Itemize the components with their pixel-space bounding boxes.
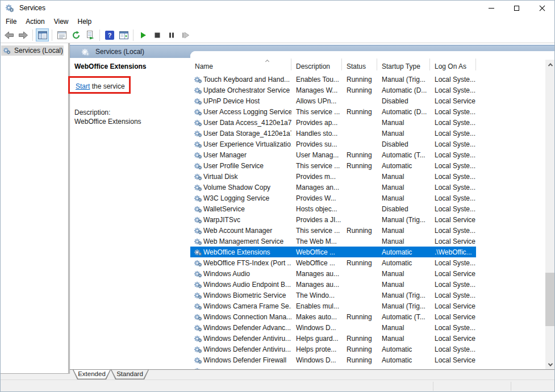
table-row[interactable]: Touch Keyboard and Hand... Enables Tou..… — [190, 74, 476, 85]
scroll-down-button[interactable] — [545, 360, 555, 369]
service-log-on-as: Local Syste... — [435, 108, 475, 116]
table-row[interactable]: W3C Logging Service Provides W... Manual… — [190, 193, 476, 203]
column-header-name[interactable]: Name — [190, 51, 291, 74]
show-hide-console-tree-button[interactable] — [36, 28, 49, 41]
table-row[interactable]: Windows Audio Endpoint B... Manages au..… — [190, 279, 476, 290]
menu-view[interactable]: View — [49, 16, 73, 27]
properties-button[interactable] — [55, 28, 68, 41]
stop-service-button[interactable] — [151, 28, 164, 41]
service-description: Makes auto... — [296, 313, 337, 321]
services-table-body: Touch Keyboard and Hand... Enables Tou..… — [190, 74, 545, 369]
service-gear-icon — [194, 237, 202, 245]
scrollbar-thumb[interactable] — [545, 273, 555, 326]
table-row[interactable]: User Data Access_4120e1a7 Provides ap...… — [190, 117, 476, 128]
minimize-button[interactable] — [478, 0, 504, 16]
help-button[interactable]: ? — [103, 28, 116, 41]
table-row[interactable]: Windows Audio Manages au... Manual Local… — [190, 268, 476, 279]
service-name: User Data Storage_4120e1a7 — [203, 130, 291, 137]
service-name: User Profile Service — [203, 162, 264, 170]
service-log-on-as: Local Syste... — [435, 291, 475, 299]
service-log-on-as: Local Syste... — [435, 119, 475, 127]
forward-button[interactable] — [16, 28, 30, 41]
service-gear-icon — [194, 86, 202, 94]
service-gear-icon — [194, 345, 202, 353]
properties-icon — [57, 31, 66, 39]
table-row[interactable]: UPnP Device Host Allows UPn... Disabled … — [190, 95, 476, 106]
tab-standard[interactable]: Standard — [111, 370, 149, 380]
action-suffix-text: the service — [90, 82, 124, 90]
close-button[interactable] — [529, 0, 555, 16]
scroll-up-button[interactable] — [545, 60, 555, 69]
table-row[interactable]: Windows Biometric Service The Windo... M… — [190, 290, 476, 301]
service-description: Provides a JI... — [296, 216, 341, 224]
service-description: Manages au... — [296, 270, 339, 278]
column-header-log-on-as[interactable]: Log On As — [430, 51, 476, 74]
back-arrow-icon — [4, 31, 14, 39]
tree-item-services-local[interactable]: Services (Local) — [1, 45, 64, 56]
service-log-on-as: Local Syste... — [435, 194, 475, 202]
table-row-partial[interactable] — [190, 365, 476, 369]
table-row[interactable]: Windows Camera Frame Se... Enables mul..… — [190, 301, 476, 311]
table-row[interactable]: WebOffice FTS-Index (Port ... WebOffice … — [190, 257, 476, 268]
refresh-button[interactable] — [69, 28, 82, 41]
table-row[interactable]: User Experience Virtualizatio... Provide… — [190, 139, 476, 149]
start-service-button[interactable] — [136, 28, 149, 41]
table-row[interactable]: Update Orchestrator Service Manages W...… — [190, 85, 476, 95]
service-description: The Windo... — [296, 291, 335, 299]
show-hide-action-pane-button[interactable] — [117, 28, 130, 41]
toolbar: ? — [0, 27, 555, 43]
service-name: WalletService — [203, 205, 245, 213]
table-row[interactable]: User Profile Service This service ... Ru… — [190, 160, 476, 171]
service-description: Enables mul... — [296, 302, 339, 310]
vertical-scrollbar[interactable] — [545, 60, 555, 369]
service-name: Windows Defender Antiviru... — [203, 345, 291, 353]
service-gear-icon — [194, 130, 202, 137]
table-row[interactable]: Volume Shadow Copy Manages an... Manual … — [190, 182, 476, 193]
table-row[interactable]: User Access Logging Service This service… — [190, 106, 476, 117]
menu-file[interactable]: File — [1, 16, 21, 27]
service-name: User Experience Virtualizatio... — [203, 140, 291, 148]
service-startup-type: Disabled — [382, 140, 408, 148]
table-row[interactable]: User Manager User Manag... Running Autom… — [190, 149, 476, 160]
service-gear-icon — [194, 119, 202, 127]
column-header-description[interactable]: Description — [291, 51, 342, 74]
service-gear-icon — [194, 356, 202, 364]
table-row[interactable]: WebOffice Extensions WebOffice ... Autom… — [190, 247, 476, 257]
band-title: Services (Local) — [95, 48, 144, 56]
service-status: Running — [347, 259, 372, 267]
service-description: Provides su... — [296, 140, 337, 148]
table-row[interactable]: Windows Connection Mana... Makes auto...… — [190, 311, 476, 322]
service-gear-icon — [194, 291, 202, 299]
table-row[interactable]: Windows Defender Antiviru... Helps prote… — [190, 344, 476, 355]
service-startup-type: Automatic (T... — [382, 151, 425, 159]
service-description: Provides m... — [296, 173, 336, 181]
menu-action[interactable]: Action — [21, 16, 49, 27]
tab-extended[interactable]: Extended — [73, 370, 111, 380]
table-row[interactable]: Web Management Service The Web M... Manu… — [190, 236, 476, 247]
service-gear-icon — [194, 281, 202, 289]
maximize-button[interactable] — [504, 0, 529, 16]
table-row[interactable]: Virtual Disk Provides m... Manual Local … — [190, 171, 476, 182]
back-button[interactable] — [2, 28, 15, 41]
start-service-link[interactable]: Start — [76, 82, 90, 90]
menu-help[interactable]: Help — [73, 16, 97, 27]
table-row[interactable]: WalletService Hosts objec... Disabled Lo… — [190, 203, 476, 214]
action-pane-icon — [119, 31, 128, 39]
pause-service-button[interactable] — [165, 28, 178, 41]
table-row[interactable]: User Data Storage_4120e1a7 Handles sto..… — [190, 128, 476, 139]
table-row[interactable]: Windows Defender Firewall Windows D... R… — [190, 355, 476, 365]
table-row[interactable]: Web Account Manager This service ... Run… — [190, 225, 476, 236]
table-row[interactable]: Windows Defender Advanc... Windows D... … — [190, 322, 476, 333]
export-list-button[interactable] — [84, 28, 97, 41]
table-row[interactable]: WarpJITSvc Provides a JI... Manual (Trig… — [190, 214, 476, 225]
column-header-startup-type[interactable]: Startup Type — [377, 51, 430, 74]
service-name: WebOffice FTS-Index (Port ... — [203, 259, 291, 267]
service-startup-type: Automatic — [382, 248, 412, 256]
service-description: Provides ap... — [296, 119, 337, 127]
service-startup-type: Automatic (D... — [382, 86, 427, 94]
service-gear-icon — [194, 194, 202, 202]
table-row[interactable]: Windows Defender Antiviru... Helps guard… — [190, 333, 476, 344]
tree-item-label: Services (Local) — [14, 47, 63, 55]
column-header-status[interactable]: Status — [342, 51, 377, 74]
restart-service-button[interactable] — [179, 28, 192, 41]
